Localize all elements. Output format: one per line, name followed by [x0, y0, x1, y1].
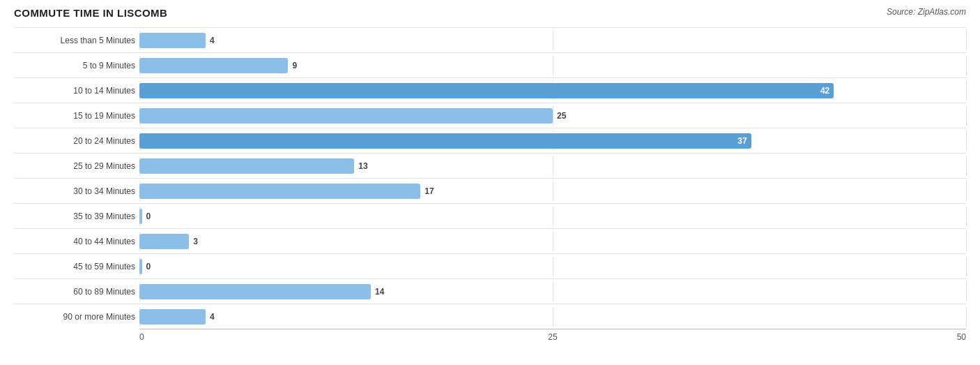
grid-line [553, 106, 553, 126]
grid-line [966, 257, 967, 276]
chart-body: Less than 5 Minutes45 to 9 Minutes910 to… [14, 27, 966, 345]
grid-line [553, 282, 553, 301]
bar-value-outside: 4 [210, 36, 215, 45]
bar-value-outside: 0 [146, 211, 151, 221]
bar-area: 42 [139, 81, 966, 100]
bar-area: 37 [139, 131, 966, 151]
grid-line [553, 307, 553, 327]
bar-area: 0 [139, 257, 966, 276]
bar-label: 10 to 14 Minutes [14, 86, 139, 96]
table-row: 5 to 9 Minutes9 [14, 52, 966, 77]
table-row: 60 to 89 Minutes14 [14, 278, 966, 304]
bar-value-inside: 42 [820, 86, 834, 96]
bar-area: 14 [139, 282, 966, 301]
bar-value-outside: 0 [146, 262, 151, 271]
table-row: 35 to 39 Minutes0 [14, 203, 966, 228]
grid-line [553, 56, 553, 75]
bar-area: 3 [139, 232, 966, 251]
x-axis: 02550 [139, 329, 966, 345]
bar-fill [139, 158, 354, 174]
grid-line [553, 207, 553, 226]
bar-label: Less than 5 Minutes [14, 36, 139, 45]
bar-fill [139, 309, 206, 325]
grid-line [966, 156, 967, 176]
bar-fill: 42 [139, 83, 834, 98]
table-row: 15 to 19 Minutes25 [14, 103, 966, 128]
grid-line [966, 81, 967, 100]
bar-value-outside: 4 [210, 312, 215, 322]
bar-value-outside: 9 [292, 61, 297, 70]
bar-area: 25 [139, 106, 966, 126]
bar-fill [139, 259, 142, 274]
bar-label: 25 to 29 Minutes [14, 161, 139, 171]
bar-value-outside: 13 [358, 161, 367, 171]
grid-line [966, 232, 967, 251]
grid-line [966, 31, 967, 50]
bar-area: 9 [139, 56, 966, 75]
bar-value-outside: 3 [193, 237, 198, 246]
grid-line [553, 181, 553, 201]
bar-fill [139, 108, 553, 124]
bar-area: 4 [139, 31, 966, 50]
bar-value-outside: 17 [424, 186, 434, 196]
bar-value-outside: 25 [557, 111, 566, 121]
grid-line [966, 131, 967, 151]
bar-fill: 37 [139, 133, 751, 149]
bar-area: 17 [139, 181, 966, 201]
table-row: 40 to 44 Minutes3 [14, 228, 966, 253]
bar-label: 45 to 59 Minutes [14, 262, 139, 271]
bar-fill [139, 284, 371, 299]
bar-area: 4 [139, 307, 966, 327]
bar-fill [139, 209, 142, 224]
grid-line [966, 106, 967, 126]
bar-fill [139, 58, 288, 73]
table-row: 45 to 59 Minutes0 [14, 253, 966, 278]
chart-source: Source: ZipAtlas.com [887, 7, 966, 17]
bar-label: 5 to 9 Minutes [14, 61, 139, 70]
grid-line [966, 56, 967, 75]
chart-header: COMMUTE TIME IN LISCOMB Source: ZipAtlas… [14, 7, 966, 19]
bar-value-outside: 14 [375, 287, 384, 297]
bar-fill [139, 33, 206, 48]
grid-line [553, 232, 553, 251]
bar-label: 40 to 44 Minutes [14, 237, 139, 246]
grid-line [553, 156, 553, 176]
grid-line [966, 282, 967, 301]
grid-line [553, 31, 553, 50]
grid-line [966, 181, 967, 201]
grid-line [553, 257, 553, 276]
bar-label: 35 to 39 Minutes [14, 211, 139, 221]
chart-title: COMMUTE TIME IN LISCOMB [14, 7, 167, 19]
table-row: 25 to 29 Minutes13 [14, 153, 966, 178]
grid-line [966, 307, 967, 327]
bar-label: 20 to 24 Minutes [14, 136, 139, 146]
chart-container: COMMUTE TIME IN LISCOMB Source: ZipAtlas… [14, 7, 966, 345]
bar-value-inside: 37 [737, 136, 751, 146]
bar-label: 60 to 89 Minutes [14, 287, 139, 297]
table-row: 30 to 34 Minutes17 [14, 178, 966, 203]
table-row: 90 or more Minutes4 [14, 304, 966, 329]
table-row: Less than 5 Minutes4 [14, 27, 966, 52]
bar-label: 30 to 34 Minutes [14, 186, 139, 196]
table-row: 20 to 24 Minutes37 [14, 128, 966, 153]
x-axis-label: 0 [139, 332, 144, 342]
bar-label: 90 or more Minutes [14, 312, 139, 322]
bar-area: 13 [139, 156, 966, 176]
bar-fill [139, 234, 189, 249]
table-row: 10 to 14 Minutes42 [14, 77, 966, 103]
bar-fill [139, 184, 420, 199]
bar-label: 15 to 19 Minutes [14, 111, 139, 121]
x-axis-label: 25 [548, 332, 557, 342]
bar-area: 0 [139, 207, 966, 226]
grid-line [966, 207, 967, 226]
x-axis-label: 50 [957, 332, 966, 342]
